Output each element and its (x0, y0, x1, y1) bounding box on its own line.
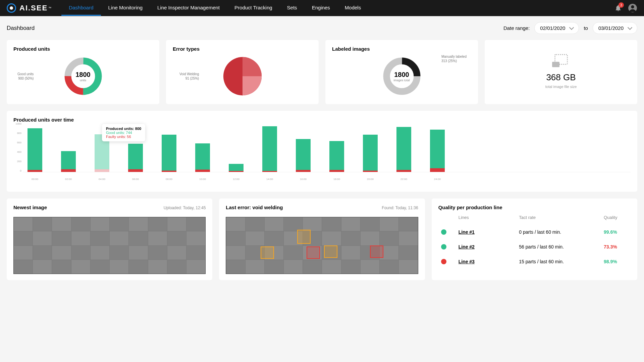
notifications-button[interactable]: 3 (614, 4, 622, 12)
y-tick: 200 (17, 160, 21, 163)
x-label: 18:00 (329, 178, 344, 181)
col-quality: Quality (604, 215, 631, 220)
col-tact: Tact rate (519, 215, 604, 220)
nav-product-tracking[interactable]: Product Tracking (227, 0, 280, 16)
quality-value: 73.3% (604, 244, 631, 250)
x-label: 20:00 (363, 178, 378, 181)
card-produced-over-time: Produced units over time 020040060080010… (7, 111, 637, 192)
line-link[interactable]: Line #3 (459, 259, 475, 264)
status-dot (441, 244, 446, 250)
donut-right-label: Manually labeled (441, 54, 467, 59)
donut-center-sub: images total (393, 79, 410, 82)
bar-04:00[interactable]: Produced units: 800Good units: 744Faulty… (95, 125, 109, 172)
donut-right-value: 313 (25%) (441, 59, 467, 63)
bar-12:00[interactable] (229, 125, 244, 172)
bar-00:00[interactable] (28, 125, 42, 172)
date-to-picker[interactable]: 03/01/2020 (593, 22, 637, 34)
x-label: 08:00 (162, 178, 176, 181)
bar-22:00[interactable] (396, 125, 411, 172)
pie-chart (222, 56, 263, 96)
card-title: Produced units over time (13, 117, 631, 123)
card-title: Newest image (13, 205, 47, 210)
brand-tm: ™ (48, 6, 51, 10)
card-storage: 368 GB total image file size (485, 40, 637, 104)
quality-row: Line #315 parts / last 60 min.98.9% (438, 254, 631, 269)
nav-line-inspector-management[interactable]: Line Inspector Management (150, 0, 227, 16)
notifications-badge: 3 (619, 2, 624, 8)
date-to-value: 03/01/2020 (598, 25, 624, 31)
date-from-value: 02/01/2020 (540, 25, 565, 31)
quality-value: 99.6% (604, 229, 631, 235)
card-title: Produced units (13, 46, 153, 52)
bar-14:00[interactable] (262, 125, 277, 172)
tact-rate: 56 parts / last 60 min. (519, 244, 604, 250)
date-from-picker[interactable]: 02/01/2020 (534, 22, 579, 34)
x-label: 10:00 (195, 178, 210, 181)
x-label: 06:00 (128, 178, 143, 181)
nav-line-monitoring[interactable]: Line Monitoring (101, 0, 150, 16)
card-produced-units: Produced units Good units 900 (50%) 1800… (7, 40, 159, 104)
bar-10:00[interactable] (195, 125, 210, 172)
storage-value: 368 GB (546, 72, 576, 83)
donut-side-label: Good units (17, 72, 34, 76)
image-stack-icon (554, 54, 568, 65)
quality-value: 98.9% (604, 259, 631, 264)
logo-icon (7, 3, 16, 13)
card-labeled-images: Labeled images 1800 images total Manuall… (325, 40, 478, 104)
nav-engines[interactable]: Engines (305, 0, 337, 16)
pie-side-label: Void Welding (179, 72, 199, 76)
card-error-types: Error types Void Welding 91 (25%) (166, 40, 319, 104)
card-quality-per-line: Quality per production line Lines Tact r… (432, 198, 637, 280)
card-title: Error types (173, 46, 312, 52)
svg-point-1 (631, 5, 634, 8)
donut-center-value: 1800 (393, 71, 410, 79)
x-label: 04:00 (95, 178, 109, 181)
bar-08:00[interactable] (162, 125, 176, 172)
nav-dashboard[interactable]: Dashboard (61, 0, 101, 16)
tact-rate: 15 parts / last 60 min. (519, 259, 604, 264)
x-label: 02:00 (61, 178, 76, 181)
pie-side-value: 91 (25%) (179, 76, 199, 81)
inspection-image[interactable] (226, 217, 418, 274)
nav-models[interactable]: Models (337, 0, 368, 16)
y-tick: 1000 (15, 122, 21, 125)
card-title: Last error: void welding (226, 205, 283, 210)
bar-02:00[interactable] (61, 125, 76, 172)
line-link[interactable]: Line #1 (459, 229, 475, 235)
x-label: 14:00 (262, 178, 277, 181)
bar-20:00[interactable] (363, 125, 378, 172)
card-newest-image: Newest image Uploaded: Today, 12:45 (7, 198, 212, 280)
chevron-down-icon (569, 25, 574, 30)
y-tick: 0 (20, 169, 21, 172)
x-label: 12:00 (229, 178, 244, 181)
x-label: 16:00 (296, 178, 311, 181)
status-dot (441, 259, 446, 264)
bar-24:00[interactable] (430, 125, 445, 172)
page-title: Dashboard (7, 25, 35, 32)
y-tick: 800 (17, 132, 21, 135)
chevron-down-icon (628, 25, 632, 30)
brand-name: AI.SEE (19, 4, 48, 12)
card-title: Quality per production line (438, 205, 631, 210)
inspection-image[interactable] (13, 217, 206, 274)
chart-tooltip: Produced units: 800Good units: 744Faulty… (102, 124, 145, 141)
x-label: 00:00 (28, 178, 42, 181)
line-link[interactable]: Line #2 (459, 244, 475, 250)
date-range-label: Date range: (503, 25, 530, 31)
x-label: 22:00 (396, 178, 411, 181)
bar-16:00[interactable] (296, 125, 311, 172)
user-avatar[interactable] (628, 3, 637, 13)
quality-row: Line #10 parts / last 60 min.99.6% (438, 225, 631, 239)
card-meta: Found: Today, 11:36 (382, 206, 418, 210)
donut-side-value: 900 (50%) (17, 76, 34, 81)
brand-logo[interactable]: AI.SEE ™ (7, 3, 51, 13)
y-tick: 400 (17, 150, 21, 153)
nav-sets[interactable]: Sets (280, 0, 305, 16)
col-lines: Lines (459, 215, 519, 220)
card-meta: Uploaded: Today, 12:45 (164, 206, 206, 210)
tact-rate: 0 parts / last 60 min. (519, 229, 604, 235)
date-range-to-label: to (584, 25, 588, 31)
card-title: Labeled images (332, 46, 471, 52)
donut-center-value: 1800 (75, 71, 91, 79)
bar-18:00[interactable] (329, 125, 344, 172)
